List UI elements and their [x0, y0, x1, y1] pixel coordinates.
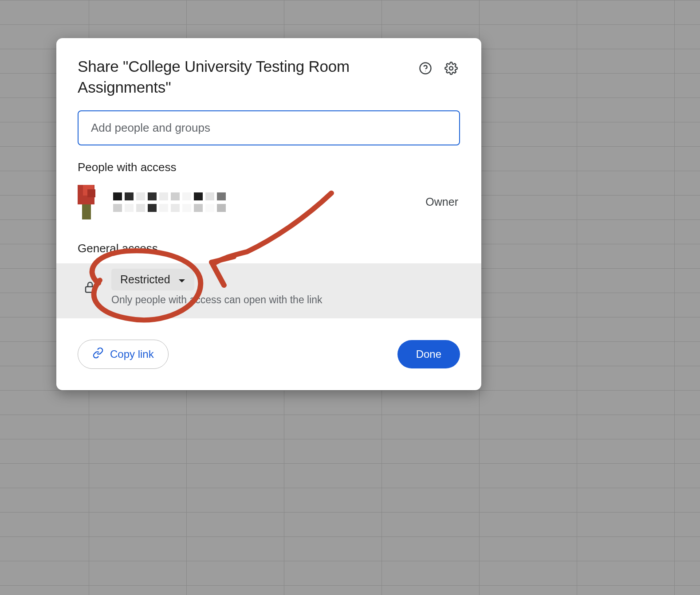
dialog-header: Share "College University Testing Room A…: [78, 56, 460, 98]
person-email-redacted: [113, 204, 417, 212]
copy-link-label: Copy link: [110, 348, 154, 360]
access-level-dropdown[interactable]: Restricted: [111, 269, 194, 290]
svg-rect-3: [86, 286, 94, 292]
person-row: Owner: [78, 182, 460, 224]
access-level-value: Restricted: [120, 273, 170, 286]
dialog-footer: Copy link Done: [78, 340, 460, 369]
done-button[interactable]: Done: [397, 340, 460, 368]
person-name-redacted: [113, 192, 417, 200]
add-people-field-wrap[interactable]: [78, 110, 460, 145]
svg-point-2: [449, 67, 453, 70]
chevron-down-icon: [178, 273, 185, 286]
access-level-description: Only people with access can open with th…: [111, 294, 460, 306]
help-icon[interactable]: [417, 59, 434, 77]
person-role: Owner: [425, 196, 460, 208]
general-access-row: Restricted Only people with access can o…: [56, 263, 481, 318]
dialog-title: Share "College University Testing Room A…: [78, 56, 406, 98]
people-with-access-heading: People with access: [78, 160, 460, 174]
svg-point-1: [425, 71, 426, 72]
gear-icon[interactable]: [442, 59, 460, 77]
person-identity: [113, 192, 417, 212]
share-dialog: Share "College University Testing Room A…: [56, 38, 481, 390]
header-actions: [417, 56, 460, 77]
add-people-input[interactable]: [91, 121, 447, 135]
avatar: [78, 185, 104, 219]
lock-icon: [78, 275, 102, 300]
general-access-heading: General access: [78, 242, 460, 255]
copy-link-button[interactable]: Copy link: [78, 340, 169, 369]
link-icon: [92, 347, 104, 361]
